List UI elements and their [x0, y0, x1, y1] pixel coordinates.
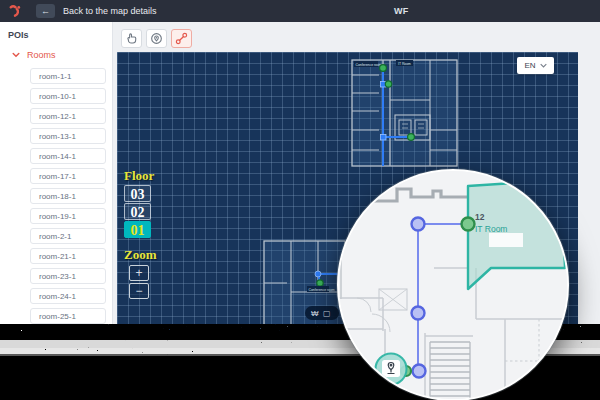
language-dropdown[interactable]: EN	[517, 57, 554, 74]
pan-hand-icon	[125, 32, 138, 45]
sidebar: POIs Rooms room-1-1 room-10-1 room-12-1 …	[0, 22, 113, 334]
topbar: ← Back to the map details WF	[0, 0, 600, 22]
chevron-down-icon	[12, 51, 20, 59]
sidebar-group-label: Rooms	[27, 50, 56, 60]
poi-name-label: IT Room	[475, 224, 507, 234]
zoom-out-button[interactable]: −	[129, 283, 149, 299]
sidebar-group-rooms[interactable]: Rooms	[12, 50, 112, 60]
sidebar-item-room[interactable]: room-14-1	[30, 148, 106, 164]
sidebar-item-room[interactable]: room-23-1	[30, 268, 106, 284]
floor-label: Floor	[124, 168, 170, 184]
sidebar-item-room[interactable]: room-2-1	[30, 228, 106, 244]
language-value: EN	[524, 61, 535, 70]
magnifier-floorplan: 12 IT Room	[339, 171, 569, 400]
sidebar-item-room[interactable]: room-17-1	[30, 168, 106, 184]
path-tool-icon	[175, 32, 188, 45]
sidebar-item-room[interactable]: room-25-1	[30, 308, 106, 324]
sidebar-item-room[interactable]: room-13-1	[30, 128, 106, 144]
lower-building-labels: Conference room	[307, 286, 335, 292]
sidebar-item-room[interactable]: room-12-1	[30, 108, 106, 124]
room-label-box	[489, 233, 523, 247]
map-toolbar	[121, 29, 192, 48]
path-tool-button[interactable]	[171, 29, 192, 48]
path-node-green[interactable]	[317, 280, 323, 286]
sidebar-item-room[interactable]: room-1-1	[30, 68, 106, 84]
room-label: IT Room	[398, 62, 411, 66]
back-label[interactable]: Back to the map details	[63, 6, 157, 16]
path-node-blue[interactable]	[315, 271, 321, 277]
sidebar-item-room[interactable]: room-24-1	[30, 288, 106, 304]
upper-building	[352, 60, 457, 166]
path-node-green[interactable]	[462, 218, 475, 231]
poi-id-label: 12	[475, 212, 485, 222]
app-logo-icon	[8, 4, 23, 19]
page-title: WF	[394, 6, 409, 16]
zoom-label: Zoom	[124, 247, 170, 263]
back-button[interactable]: ←	[36, 4, 55, 18]
pan-tool-button[interactable]	[121, 29, 142, 48]
sidebar-item-room[interactable]: room-10-1	[30, 88, 106, 104]
attribution-glyph: ▢	[323, 309, 331, 318]
poi-marker[interactable]	[376, 354, 407, 385]
sidebar-item-room[interactable]: room-21-1	[30, 248, 106, 264]
floor-control: Floor 03 02 01 Zoom + −	[124, 168, 170, 299]
path-node-green[interactable]	[380, 65, 387, 72]
back-arrow-icon: ←	[41, 4, 50, 18]
chevron-down-icon	[540, 63, 547, 68]
floor-button-01-selected[interactable]: 01	[124, 221, 151, 238]
floor-button-03[interactable]: 03	[124, 185, 151, 202]
sidebar-header: POIs	[0, 22, 112, 40]
room-label: Conference room	[309, 288, 335, 292]
sidebar-item-room[interactable]: room-18-1	[30, 188, 106, 204]
magnifier-detail-circle: 12 IT Room	[337, 169, 569, 400]
path-node-purple[interactable]	[412, 307, 425, 320]
poi-tool-button[interactable]	[146, 29, 167, 48]
attribution-glyph: ₩	[311, 309, 319, 318]
floor-button-02[interactable]: 02	[124, 203, 151, 220]
path-node-green[interactable]	[408, 134, 415, 141]
path-node-square[interactable]	[381, 135, 387, 141]
sidebar-item-room[interactable]: room-19-1	[30, 208, 106, 224]
map-attribution: ₩ ▢	[305, 306, 339, 320]
zoom-in-button[interactable]: +	[129, 265, 149, 281]
path-node-purple[interactable]	[413, 365, 426, 378]
room-label: Conference room	[356, 63, 382, 67]
poi-pin-icon	[150, 32, 163, 45]
path-node-purple[interactable]	[412, 218, 425, 231]
path-node-green[interactable]	[385, 81, 391, 87]
